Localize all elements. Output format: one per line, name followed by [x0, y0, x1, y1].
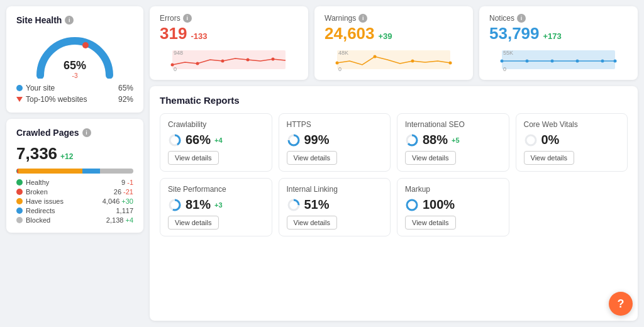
legend-redirects: Redirects 1,117 [16, 207, 133, 214]
core-web-vitals-label: Core Web Vitals [524, 120, 620, 129]
notices-card: Notices i 53,799 +173 [479, 6, 638, 80]
legend-issues: Have issues 4,046 +30 [16, 197, 133, 205]
report-https: HTTPS 99% View details [279, 113, 391, 172]
svg-text:0: 0 [174, 66, 177, 72]
metrics-row: Errors i 319 -133 94 [150, 6, 638, 80]
internal-linking-view-details-btn[interactable]: View details [287, 216, 338, 230]
top10-legend: Top-10% websites 92% [16, 95, 133, 104]
site-health-title: Site Health i [16, 15, 133, 25]
core-web-vitals-view-details-btn[interactable]: View details [524, 151, 575, 165]
https-circle-icon [287, 133, 301, 147]
errors-spark: 948 0 [160, 47, 298, 72]
svg-point-22 [576, 60, 579, 63]
legend-broken: Broken 26 -21 [16, 188, 133, 196]
warnings-info-icon[interactable]: i [358, 14, 367, 23]
svg-text:55K: 55K [503, 50, 513, 56]
legend-healthy: Healthy 9 -1 [16, 179, 133, 186]
errors-value: 319 -133 [160, 24, 298, 43]
https-score: 99% [287, 133, 383, 147]
crawled-legend: Healthy 9 -1 Broken 26 -21 Have issues 4… [16, 179, 133, 224]
svg-point-24 [614, 60, 617, 63]
report-core-web-vitals: Core Web Vitals 0% View details [516, 113, 628, 172]
reports-grid: Crawlability 66% +4 View details HTTPS [160, 113, 628, 236]
crawled-delta: +12 [60, 152, 73, 161]
svg-point-23 [601, 60, 604, 63]
markup-score: 100% [405, 197, 501, 212]
your-site-dot [16, 85, 23, 91]
top10-triangle-icon [16, 97, 23, 102]
site-performance-view-details-btn[interactable]: View details [168, 216, 219, 230]
svg-rect-18 [502, 50, 615, 69]
help-button[interactable]: ? [609, 292, 633, 316]
svg-text:65%: 65% [64, 59, 86, 72]
markup-view-details-btn[interactable]: View details [405, 216, 456, 230]
report-internal-linking: Internal Linking 51% View details [279, 178, 391, 236]
svg-point-15 [449, 62, 452, 65]
svg-point-13 [374, 55, 377, 58]
internal-linking-circle-icon [287, 198, 301, 212]
svg-point-38 [407, 200, 417, 210]
warnings-spark: 48K 0 [325, 47, 463, 72]
core-web-vitals-score: 0% [524, 133, 620, 147]
crawled-bar [16, 169, 133, 174]
errors-info-icon[interactable]: i [183, 14, 192, 23]
notices-spark: 55K 0 [489, 47, 628, 72]
report-international-seo: International SEO 88% +5 View details [397, 113, 509, 172]
svg-point-7 [247, 58, 250, 62]
notices-label: Notices i [489, 14, 628, 23]
errors-label: Errors i [160, 14, 298, 23]
crawled-pages-info-icon[interactable]: i [82, 128, 91, 137]
site-performance-circle-icon [168, 198, 182, 212]
your-site-legend: Your site 65% [16, 84, 133, 92]
svg-text:0: 0 [503, 66, 506, 72]
svg-point-8 [272, 58, 275, 61]
markup-circle-icon [405, 198, 419, 212]
core-web-vitals-circle-icon [524, 133, 538, 147]
site-health-info-icon[interactable]: i [65, 16, 74, 25]
https-view-details-btn[interactable]: View details [287, 151, 338, 165]
svg-point-14 [411, 60, 414, 63]
notices-info-icon[interactable]: i [517, 14, 526, 23]
markup-label: Markup [405, 185, 501, 194]
crawled-pages-card: Crawled Pages i 7,336 +12 Healthy 9 -1 [6, 119, 143, 233]
svg-point-19 [501, 60, 504, 63]
warnings-label: Warnings i [325, 14, 463, 23]
international-seo-label: International SEO [405, 120, 501, 129]
gauge-container: 65% -3 [16, 31, 133, 79]
report-markup: Markup 100% View details [397, 178, 509, 236]
crawlability-circle-icon [168, 133, 182, 147]
international-seo-circle-icon [405, 133, 419, 147]
svg-point-12 [336, 62, 339, 65]
svg-text:-3: -3 [72, 72, 78, 79]
report-crawlability: Crawlability 66% +4 View details [160, 113, 272, 172]
site-health-card: Site Health i 65% -3 [6, 6, 143, 113]
warnings-card: Warnings i 24,603 +39 48K [314, 6, 473, 80]
https-label: HTTPS [287, 120, 383, 129]
legend-blocked: Blocked 2,138 +4 [16, 216, 133, 224]
international-seo-score: 88% +5 [405, 133, 501, 147]
svg-rect-11 [337, 50, 450, 69]
report-site-performance: Site Performance 81% +3 View details [160, 178, 272, 236]
crawlability-view-details-btn[interactable]: View details [168, 151, 219, 165]
internal-linking-score: 51% [287, 197, 383, 212]
site-performance-score: 81% +3 [168, 197, 264, 212]
errors-card: Errors i 319 -133 94 [150, 6, 308, 80]
svg-point-6 [221, 60, 225, 63]
notices-value: 53,799 +173 [489, 24, 628, 43]
svg-text:48K: 48K [338, 50, 348, 56]
svg-point-5 [196, 62, 199, 65]
svg-point-33 [526, 135, 536, 145]
crawlability-label: Crawlability [168, 120, 264, 129]
svg-point-20 [526, 60, 529, 63]
crawled-pages-title: Crawled Pages i [16, 128, 133, 138]
international-seo-view-details-btn[interactable]: View details [405, 151, 456, 165]
right-panel: Errors i 319 -133 94 [150, 6, 638, 321]
left-panel: Site Health i 65% -3 [6, 6, 143, 321]
svg-text:948: 948 [174, 50, 183, 56]
internal-linking-label: Internal Linking [287, 185, 383, 194]
svg-point-0 [82, 42, 89, 48]
thematic-reports-title: Thematic Reports [160, 95, 628, 106]
warnings-value: 24,603 +39 [325, 24, 463, 43]
crawlability-score: 66% +4 [168, 133, 264, 147]
site-performance-label: Site Performance [168, 185, 264, 194]
